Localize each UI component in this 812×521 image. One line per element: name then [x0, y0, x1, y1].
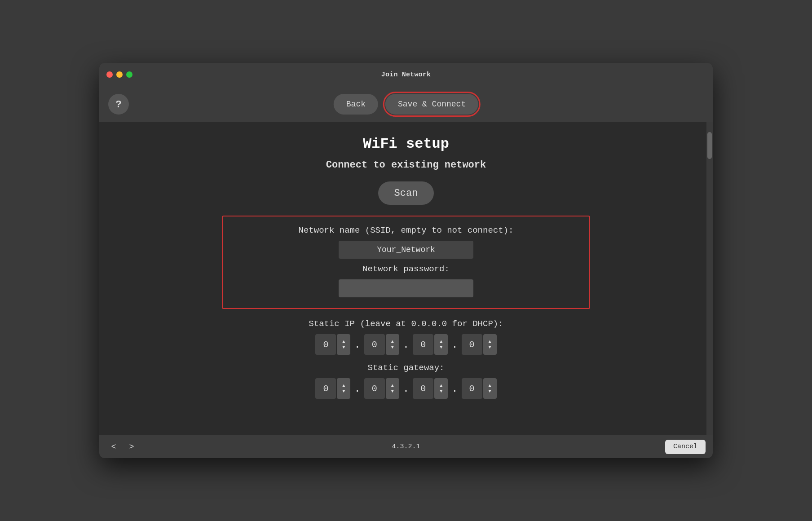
ip-octet-4-spinner[interactable]: ▲ ▼ — [483, 334, 497, 355]
cancel-button[interactable]: Cancel — [665, 440, 706, 454]
wifi-setup-title: WiFi setup — [363, 136, 449, 152]
up-arrow-icon: ▲ — [391, 339, 394, 344]
network-name-input[interactable] — [339, 241, 473, 259]
static-ip-label: Static IP (leave at 0.0.0.0 for DHCP): — [309, 319, 503, 329]
gw-octet-2-spinner[interactable]: ▲ ▼ — [386, 378, 399, 399]
network-credentials-box: Network name (SSID, empty to not connect… — [222, 216, 590, 309]
up-arrow-icon: ▲ — [342, 339, 345, 344]
gw-dot-separator-3: . — [450, 383, 459, 395]
down-arrow-icon: ▼ — [391, 389, 394, 394]
version-text: 4.3.2.1 — [392, 443, 420, 450]
up-arrow-icon: ▲ — [488, 383, 491, 389]
help-button[interactable]: ? — [108, 94, 129, 115]
scrollbar-thumb[interactable] — [707, 132, 712, 159]
network-password-input[interactable] — [339, 279, 473, 297]
ip-octet-1: ▲ ▼ — [315, 334, 350, 355]
gw-octet-3-spinner[interactable]: ▲ ▼ — [434, 378, 448, 399]
down-arrow-icon: ▼ — [488, 389, 491, 394]
up-arrow-icon: ▲ — [440, 339, 443, 344]
ip-octet-3-input[interactable] — [413, 334, 433, 355]
ip-octet-4: ▲ ▼ — [462, 334, 497, 355]
nav-forward-button[interactable]: > — [124, 440, 139, 454]
static-ip-row: ▲ ▼ . ▲ ▼ . ▲ — [315, 334, 496, 355]
ip-octet-3-spinner[interactable]: ▲ ▼ — [434, 334, 448, 355]
window-title: Join Network — [381, 71, 431, 79]
dot-separator-3: . — [450, 339, 459, 351]
gateway-ip-row: ▲ ▼ . ▲ ▼ . ▲ — [315, 378, 496, 399]
gw-octet-4: ▲ ▼ — [462, 378, 497, 399]
down-arrow-icon: ▼ — [342, 389, 345, 394]
up-arrow-icon: ▲ — [342, 383, 345, 389]
nav-back-button[interactable]: < — [106, 440, 121, 454]
static-gateway-label: Static gateway: — [367, 363, 444, 373]
connect-subtitle: Connect to existing network — [326, 159, 486, 171]
title-bar: Join Network — [99, 63, 713, 86]
close-button[interactable] — [106, 71, 113, 78]
dot-separator-2: . — [401, 339, 411, 351]
minimize-button[interactable] — [116, 71, 123, 78]
up-arrow-icon: ▲ — [440, 383, 443, 389]
scan-button[interactable]: Scan — [378, 181, 434, 205]
network-password-label: Network password: — [362, 264, 450, 274]
ip-octet-3: ▲ ▼ — [413, 334, 448, 355]
content-inner: WiFi setup Connect to existing network S… — [222, 136, 590, 407]
ip-octet-1-spinner[interactable]: ▲ ▼ — [337, 334, 350, 355]
scrollbar-track[interactable] — [706, 122, 713, 435]
ip-octet-2: ▲ ▼ — [364, 334, 399, 355]
ip-octet-2-spinner[interactable]: ▲ ▼ — [386, 334, 399, 355]
bottom-bar: < > 4.3.2.1 Cancel — [99, 435, 713, 458]
ip-octet-1-input[interactable] — [315, 334, 336, 355]
save-connect-button[interactable]: Save & Connect — [385, 94, 478, 115]
gw-octet-4-input[interactable] — [462, 378, 482, 399]
gw-octet-2: ▲ ▼ — [364, 378, 399, 399]
gw-octet-1: ▲ ▼ — [315, 378, 350, 399]
gw-dot-separator-2: . — [401, 383, 411, 395]
gw-octet-1-input[interactable] — [315, 378, 336, 399]
up-arrow-icon: ▲ — [488, 339, 491, 344]
down-arrow-icon: ▼ — [342, 344, 345, 350]
nav-arrows: < > — [106, 440, 139, 454]
gw-octet-2-input[interactable] — [364, 378, 385, 399]
down-arrow-icon: ▼ — [391, 344, 394, 350]
down-arrow-icon: ▼ — [488, 344, 491, 350]
ip-octet-4-input[interactable] — [462, 334, 482, 355]
gw-dot-separator-1: . — [352, 383, 362, 395]
dot-separator-1: . — [352, 339, 362, 351]
ip-octet-2-input[interactable] — [364, 334, 385, 355]
traffic-lights — [106, 71, 132, 78]
toolbar: ? Back Save & Connect — [99, 86, 713, 122]
down-arrow-icon: ▼ — [440, 344, 443, 350]
gw-octet-4-spinner[interactable]: ▲ ▼ — [483, 378, 497, 399]
back-button[interactable]: Back — [334, 94, 378, 115]
toolbar-actions: Back Save & Connect — [334, 94, 478, 115]
gw-octet-3: ▲ ▼ — [413, 378, 448, 399]
gw-octet-1-spinner[interactable]: ▲ ▼ — [337, 378, 350, 399]
down-arrow-icon: ▼ — [440, 389, 443, 394]
maximize-button[interactable] — [126, 71, 132, 78]
gw-octet-3-input[interactable] — [413, 378, 433, 399]
up-arrow-icon: ▲ — [391, 383, 394, 389]
network-name-label: Network name (SSID, empty to not connect… — [299, 225, 514, 235]
main-content: WiFi setup Connect to existing network S… — [99, 122, 713, 435]
main-window: Join Network ? Back Save & Connect WiFi … — [99, 63, 713, 458]
